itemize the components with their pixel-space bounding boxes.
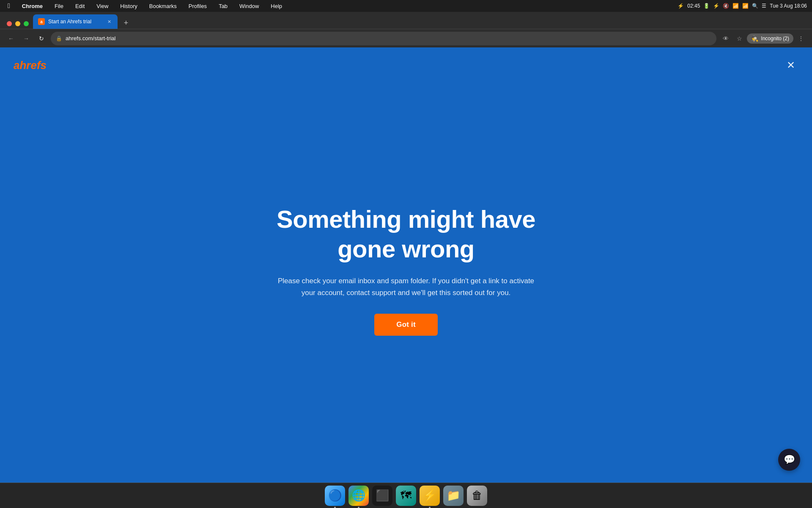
datetime: Tue 3 Aug 18:06: [770, 3, 807, 9]
wifi-icon: 📶: [742, 3, 749, 9]
back-button[interactable]: ←: [5, 33, 17, 44]
dock: 🔵 🌐 ⬛ 🗺 ⚡ 📁 🗑: [0, 483, 812, 508]
dock-item-trash[interactable]: 🗑: [467, 486, 487, 506]
page-content: ahrefs ✕ Something might have gone wrong…: [0, 47, 812, 483]
menu-history[interactable]: History: [118, 2, 140, 10]
menu-chrome[interactable]: Chrome: [19, 2, 45, 10]
address-bar: ← → ↻ 🔒 ahrefs.com/start-trial 👁 ☆ 🕵 Inc…: [0, 29, 812, 47]
tab-close-button[interactable]: ✕: [106, 18, 112, 25]
battery-icon: 🔋: [703, 3, 710, 9]
files-icon: 📁: [447, 489, 460, 502]
menu-bookmarks[interactable]: Bookmarks: [147, 2, 179, 10]
trash-icon: 🗑: [472, 489, 483, 502]
menu-window[interactable]: Window: [237, 2, 261, 10]
terminal-icon: ⬛: [376, 489, 389, 502]
chrome-window: a Start an Ahrefs trial ✕ + ← → ↻ 🔒 ahre…: [0, 12, 812, 483]
error-description: Please check your email inbox and spam f…: [271, 275, 541, 298]
main-content: Something might have gone wrong Please c…: [0, 58, 812, 483]
menu-tab[interactable]: Tab: [216, 2, 230, 10]
menu-file[interactable]: File: [52, 2, 66, 10]
incognito-badge[interactable]: 🕵 Incognito (2): [747, 33, 793, 44]
menu-help[interactable]: Help: [268, 2, 285, 10]
menu-view[interactable]: View: [94, 2, 111, 10]
tab-title: Start an Ahrefs trial: [48, 19, 102, 25]
chat-icon: 💬: [784, 454, 795, 465]
eye-off-icon[interactable]: 👁: [720, 33, 732, 44]
power-icon: ⚡: [713, 3, 719, 9]
dock-item-bolt[interactable]: ⚡: [420, 486, 440, 506]
mute-icon: 🔇: [723, 3, 729, 9]
window-close-button[interactable]: [7, 21, 12, 26]
apple-menu[interactable]: : [5, 1, 13, 11]
maps-icon: 🗺: [401, 489, 411, 502]
chat-widget-button[interactable]: 💬: [778, 449, 800, 471]
error-heading: Something might have gone wrong: [254, 204, 558, 263]
tabs-container: a Start an Ahrefs trial ✕: [33, 14, 118, 29]
status-bar-right: ⚡ 02:45 🔋 ⚡ 🔇 📶 📶 🔍 ☰ Tue 3 Aug 18:06: [678, 3, 807, 9]
window-maximize-button[interactable]: [24, 21, 29, 26]
menu-profiles[interactable]: Profiles: [186, 2, 209, 10]
dock-item-maps[interactable]: 🗺: [396, 486, 416, 506]
tab-bar: a Start an Ahrefs trial ✕ +: [0, 12, 812, 29]
reload-button[interactable]: ↻: [36, 33, 47, 44]
got-it-button[interactable]: Got it: [374, 314, 438, 336]
menu-edit[interactable]: Edit: [73, 2, 87, 10]
url-text: ahrefs.com/start-trial: [66, 35, 711, 41]
dock-item-finder[interactable]: 🔵: [325, 486, 345, 506]
security-lock-icon: 🔒: [56, 36, 62, 41]
window-controls: [3, 19, 32, 29]
bluetooth-icon: 📶: [732, 3, 739, 9]
dock-item-terminal[interactable]: ⬛: [372, 486, 392, 506]
url-bar[interactable]: 🔒 ahrefs.com/start-trial: [51, 32, 716, 45]
address-bar-right: 👁 ☆ 🕵 Incognito (2) ⋮: [720, 33, 807, 44]
tab-favicon: a: [38, 18, 45, 25]
incognito-icon: 🕵: [751, 35, 758, 42]
bolt-icon: ⚡: [423, 489, 436, 502]
close-page-button[interactable]: ✕: [783, 58, 798, 73]
forward-button[interactable]: →: [20, 33, 32, 44]
window-minimize-button[interactable]: [15, 21, 20, 26]
new-tab-button[interactable]: +: [120, 17, 132, 29]
chrome-icon: 🌐: [352, 489, 365, 502]
finder-icon: 🔵: [328, 489, 342, 502]
incognito-label: Incognito (2): [761, 36, 789, 41]
battery-bolt-icon: ⚡: [678, 3, 684, 9]
browser-menu-button[interactable]: ⋮: [795, 33, 807, 44]
menu-bar:  Chrome File Edit View History Bookmark…: [0, 0, 812, 12]
bookmark-icon[interactable]: ☆: [733, 33, 745, 44]
active-tab[interactable]: a Start an Ahrefs trial ✕: [33, 14, 118, 29]
control-center-icon[interactable]: ☰: [762, 3, 766, 9]
search-icon[interactable]: 🔍: [752, 3, 758, 9]
dock-item-files[interactable]: 📁: [443, 486, 464, 506]
battery-time: 02:45: [687, 3, 700, 9]
dock-item-chrome[interactable]: 🌐: [348, 486, 369, 506]
